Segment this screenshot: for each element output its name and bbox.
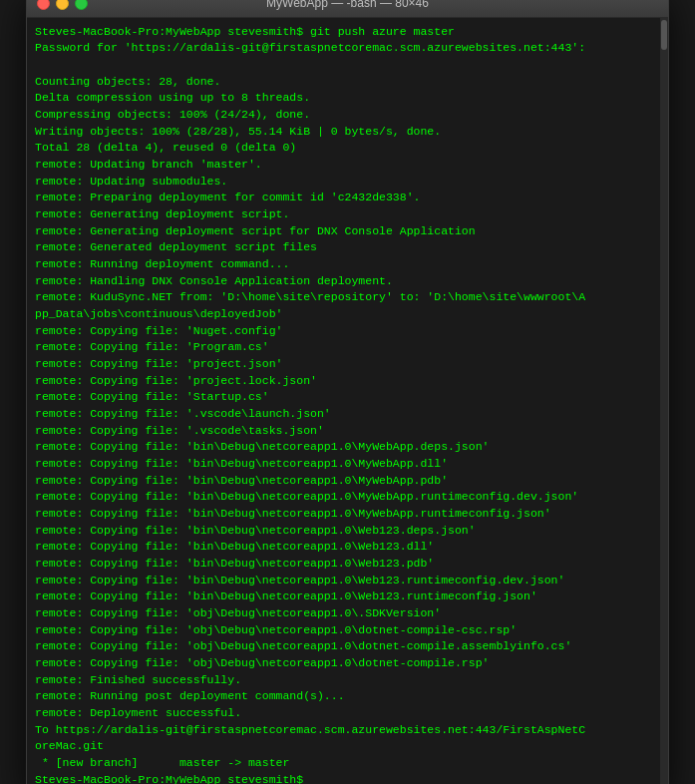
terminal-line: remote: Copying file: 'bin\Debug\netcore… — [35, 439, 660, 456]
terminal-line: remote: Copying file: 'bin\Debug\netcore… — [35, 489, 660, 506]
terminal-line: remote: Copying file: 'bin\Debug\netcore… — [35, 473, 660, 490]
scrollbar-thumb[interactable] — [661, 20, 667, 50]
terminal-line: remote: Copying file: 'bin\Debug\netcore… — [35, 506, 660, 523]
window-title: MyWebApp — -bash — 80×46 — [266, 0, 429, 10]
terminal-line: remote: Copying file: 'bin\Debug\netcore… — [35, 456, 660, 473]
terminal-line: remote: Preparing deployment for commit … — [35, 190, 660, 206]
terminal-line: remote: Copying file: 'Program.cs' — [35, 339, 660, 356]
terminal-line: * [new branch] master -> master — [35, 755, 660, 772]
terminal-body[interactable]: Steves-MacBook-Pro:MyWebApp stevesmith$ … — [27, 18, 668, 784]
terminal-line: remote: Updating submodules. — [35, 174, 660, 191]
terminal-line: remote: Copying file: 'obj\Debug\netcore… — [35, 638, 660, 655]
terminal-line: remote: Copying file: 'project.json' — [35, 356, 660, 373]
terminal-line: remote: KuduSync.NET from: 'D:\home\site… — [35, 289, 660, 306]
terminal-line: remote: Copying file: 'obj\Debug\netcore… — [35, 655, 660, 672]
terminal-line: remote: Running post deployment command(… — [35, 688, 660, 705]
terminal-line — [35, 57, 660, 74]
terminal-line: remote: Copying file: 'bin\Debug\netcore… — [35, 539, 660, 556]
terminal-line: remote: Copying file: 'bin\Debug\netcore… — [35, 573, 660, 589]
terminal-line: Counting objects: 28, done. — [35, 74, 660, 91]
terminal-line: To https://ardalis-git@firstaspnetcorema… — [35, 722, 660, 739]
terminal-line: remote: Generated deployment script file… — [35, 239, 660, 256]
terminal-line: remote: Copying file: 'bin\Debug\netcore… — [35, 588, 660, 605]
terminal-line: Delta compression using up to 8 threads. — [35, 90, 660, 107]
close-button[interactable] — [37, 0, 50, 10]
terminal-line: pp_Data\jobs\continuous\deployedJob' — [35, 306, 660, 323]
terminal-line: Total 28 (delta 4), reused 0 (delta 0) — [35, 140, 660, 157]
terminal-line: Steves-MacBook-Pro:MyWebApp stevesmith$ … — [35, 24, 660, 41]
scrollbar[interactable] — [660, 18, 668, 784]
terminal-line: remote: Copying file: '.vscode\launch.js… — [35, 406, 660, 423]
terminal-line: remote: Updating branch 'master'. — [35, 157, 660, 174]
terminal-line: remote: Copying file: 'bin\Debug\netcore… — [35, 523, 660, 540]
terminal-line: remote: Copying file: 'project.lock.json… — [35, 373, 660, 390]
terminal-line: remote: Copying file: 'Startup.cs' — [35, 389, 660, 406]
terminal-line: remote: Generating deployment script. — [35, 206, 660, 223]
terminal-line: remote: Handling DNX Console Application… — [35, 273, 660, 290]
terminal-line: remote: Deployment successful. — [35, 705, 660, 722]
terminal-line: Password for 'https://ardalis-git@firsta… — [35, 40, 660, 57]
terminal-line: remote: Copying file: 'Nuget.config' — [35, 323, 660, 340]
terminal-window: MyWebApp — -bash — 80×46 Steves-MacBook-… — [26, 0, 669, 784]
terminal-line: remote: Running deployment command... — [35, 256, 660, 273]
minimize-button[interactable] — [56, 0, 69, 10]
terminal-line: oreMac.git — [35, 738, 660, 755]
maximize-button[interactable] — [75, 0, 88, 10]
terminal-line: remote: Copying file: 'obj\Debug\netcore… — [35, 605, 660, 622]
terminal-line: remote: Copying file: 'bin\Debug\netcore… — [35, 556, 660, 573]
titlebar: MyWebApp — -bash — 80×46 — [27, 0, 668, 18]
terminal-line: Steves-MacBook-Pro:MyWebApp stevesmith$ — [35, 772, 660, 784]
terminal-line: remote: Finished successfully. — [35, 672, 660, 689]
terminal-output: Steves-MacBook-Pro:MyWebApp stevesmith$ … — [35, 24, 660, 784]
traffic-lights — [37, 0, 88, 10]
terminal-line: Writing objects: 100% (28/28), 55.14 KiB… — [35, 124, 660, 141]
terminal-line: remote: Copying file: '.vscode\tasks.jso… — [35, 423, 660, 440]
terminal-line: Compressing objects: 100% (24/24), done. — [35, 107, 660, 124]
terminal-line: remote: Copying file: 'obj\Debug\netcore… — [35, 622, 660, 639]
terminal-line: remote: Generating deployment script for… — [35, 223, 660, 240]
